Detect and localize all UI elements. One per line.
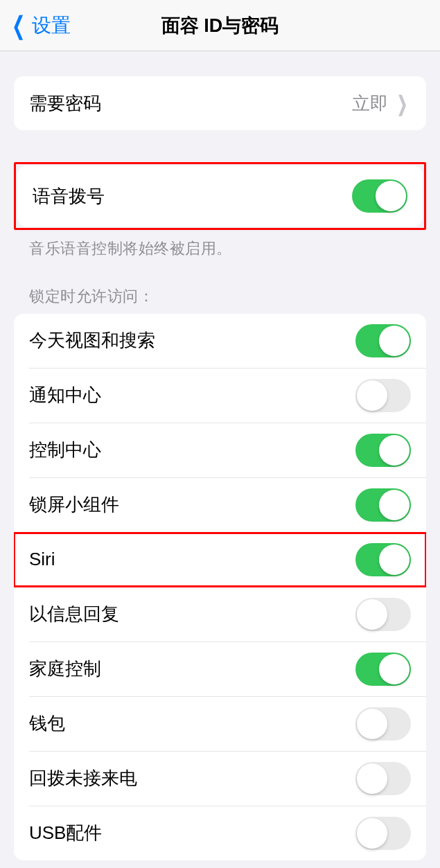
- nav-bar: ❮ 设置 面容 ID与密码: [0, 0, 440, 51]
- require-passcode-label: 需要密码: [29, 91, 101, 116]
- page-title: 面容 ID与密码: [161, 13, 279, 38]
- require-passcode-group: 需要密码 立即 ❯: [14, 76, 426, 130]
- chevron-left-icon: ❮: [12, 13, 26, 38]
- today-view-toggle[interactable]: [355, 324, 411, 357]
- reply-message-label: 以信息回复: [29, 602, 119, 626]
- voice-dial-row: 语音拨号: [17, 166, 423, 227]
- voice-dial-label: 语音拨号: [33, 184, 105, 209]
- lock-access-header: 锁定时允许访问：: [14, 260, 426, 314]
- lock-widget-row: 锁屏小组件: [14, 478, 426, 532]
- reply-message-row: 以信息回复: [14, 587, 426, 641]
- notification-center-toggle[interactable]: [355, 379, 411, 412]
- voice-dial-toggle[interactable]: [352, 179, 407, 213]
- usb-accessories-label: USB配件: [29, 821, 102, 845]
- wallet-row: 钱包: [14, 697, 426, 751]
- today-view-label: 今天视图和搜索: [29, 328, 155, 353]
- voice-dial-group: 语音拨号: [17, 166, 423, 227]
- back-button[interactable]: ❮ 设置: [8, 12, 71, 39]
- notification-center-label: 通知中心: [29, 383, 101, 407]
- today-view-row: 今天视图和搜索: [14, 314, 426, 368]
- siri-toggle[interactable]: [355, 543, 411, 576]
- siri-label: Siri: [29, 549, 55, 570]
- notification-center-row: 通知中心: [14, 369, 426, 423]
- return-call-row: 回拨未接来电: [14, 752, 426, 806]
- back-label: 设置: [32, 12, 71, 39]
- control-center-row: 控制中心: [14, 423, 426, 477]
- require-passcode-value: 立即: [352, 91, 388, 116]
- lock-access-footer: iPhone 锁定超过一小时后，需先解锁iPhone才能允许USB 配件连接。: [14, 860, 426, 868]
- voice-dial-highlight: 语音拨号: [14, 162, 426, 230]
- lock-access-group: 今天视图和搜索 通知中心 控制中心 锁屏小组件 Siri 以信息回复: [14, 314, 426, 860]
- siri-row: Siri: [14, 533, 426, 587]
- home-control-label: 家庭控制: [29, 657, 101, 681]
- home-control-toggle[interactable]: [355, 653, 411, 686]
- lock-widget-toggle[interactable]: [355, 488, 411, 522]
- control-center-toggle[interactable]: [355, 434, 411, 467]
- voice-dial-footer: 音乐语音控制将始终被启用。: [14, 230, 426, 260]
- wallet-label: 钱包: [29, 711, 65, 736]
- chevron-right-icon: ❯: [397, 91, 407, 116]
- return-call-toggle[interactable]: [355, 762, 411, 795]
- control-center-label: 控制中心: [29, 438, 101, 462]
- usb-accessories-toggle[interactable]: [355, 817, 411, 850]
- home-control-row: 家庭控制: [14, 642, 426, 696]
- reply-message-toggle[interactable]: [355, 598, 411, 631]
- wallet-toggle[interactable]: [355, 707, 411, 741]
- return-call-label: 回拨未接来电: [29, 766, 137, 790]
- lock-widget-label: 锁屏小组件: [29, 493, 119, 517]
- usb-accessories-row: USB配件: [14, 806, 426, 860]
- require-passcode-row[interactable]: 需要密码 立即 ❯: [14, 76, 426, 130]
